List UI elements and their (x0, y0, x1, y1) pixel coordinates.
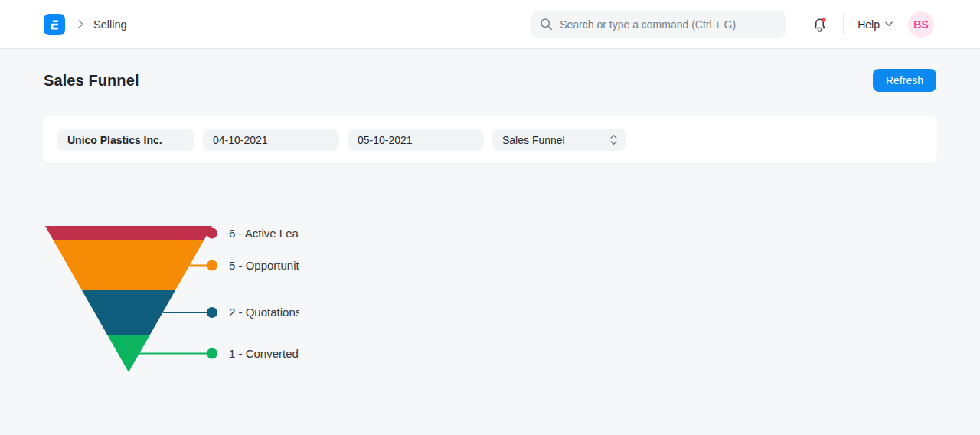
chart-type-select-value: Sales Funnel (502, 134, 565, 146)
notification-dot (822, 18, 826, 21)
funnel-label-dot (207, 307, 217, 318)
funnel-svg: 6 - Active Leads5 - Opportunities2 - Quo… (43, 199, 299, 407)
funnel-label-dot (207, 228, 217, 239)
to-date-filter-input[interactable]: 05-10-2021 (348, 129, 484, 151)
navbar: Selling Help BS (0, 0, 980, 49)
navbar-brand: Selling (44, 14, 127, 35)
funnel-stage-label: 2 - Quotations (229, 306, 299, 319)
funnel-stage-label: 6 - Active Leads (229, 227, 299, 240)
funnel-segment[interactable] (82, 290, 175, 335)
sales-funnel-chart[interactable]: 6 - Active Leads5 - Opportunities2 - Quo… (43, 199, 299, 407)
search-input[interactable] (560, 18, 777, 31)
navbar-right: Help BS (811, 11, 934, 38)
erpnext-logo-glyph (47, 18, 61, 31)
user-avatar[interactable]: BS (908, 11, 934, 38)
refresh-button[interactable]: Refresh (873, 69, 936, 92)
breadcrumb-selling[interactable]: Selling (93, 18, 127, 31)
funnel-stage-label: 1 - Converted (229, 347, 299, 360)
funnel-segment[interactable] (54, 240, 204, 290)
filter-bar: Unico Plastics Inc. 04-10-2021 05-10-202… (43, 116, 937, 163)
notifications-bell-icon[interactable] (811, 16, 828, 33)
global-search[interactable] (531, 11, 786, 38)
funnel-label-dot (207, 348, 217, 359)
funnel-label-dot (207, 260, 217, 271)
funnel-segment[interactable] (45, 226, 212, 240)
page-head: Sales Funnel Refresh (0, 49, 980, 90)
breadcrumb-chevron-icon (78, 20, 83, 28)
from-date-filter-input[interactable]: 04-10-2021 (203, 129, 339, 151)
chart-type-select[interactable]: Sales Funnel (492, 129, 626, 151)
erpnext-logo[interactable] (44, 14, 65, 35)
page-title: Sales Funnel (44, 70, 139, 90)
funnel-stage-label: 5 - Opportunities (229, 259, 299, 272)
search-icon (540, 18, 553, 31)
navbar-divider (843, 14, 844, 35)
help-menu[interactable]: Help (858, 18, 893, 31)
company-filter-input[interactable]: Unico Plastics Inc. (57, 129, 194, 151)
select-chevrons-icon (610, 134, 617, 146)
help-label: Help (858, 18, 880, 31)
chevron-down-icon (885, 21, 893, 27)
